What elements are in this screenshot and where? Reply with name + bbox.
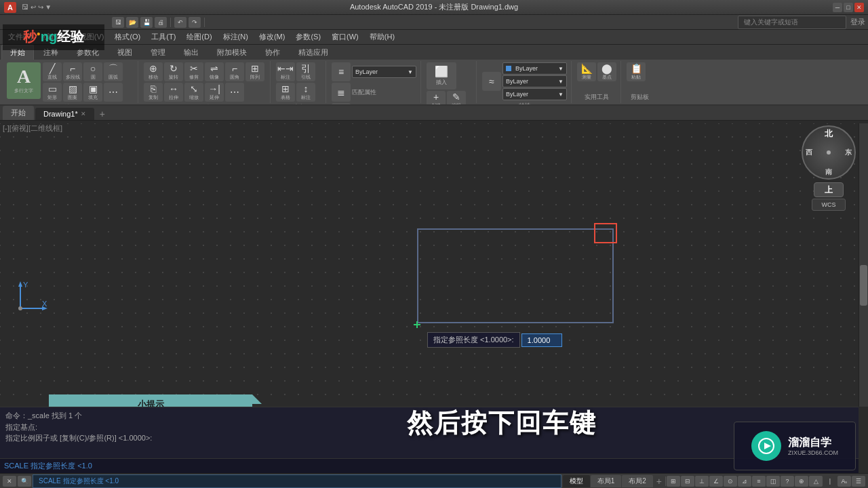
rect-button[interactable]: ▭矩形 — [43, 83, 62, 102]
fill-button[interactable]: ▣填充 — [83, 83, 102, 102]
layer-dropdown[interactable]: ByLayer ▼ — [352, 66, 416, 78]
measure-button[interactable]: 📐测量 — [577, 62, 596, 81]
menu-tools[interactable]: 工具(T) — [146, 30, 181, 43]
ribbon-group-modify: ⊕移动 ↻旋转 ✂修剪 ⇌镜像 ⌐圆角 ⊞阵列 ⎘复制 ↔拉伸 ⤡缩放 →|延伸… — [140, 61, 271, 103]
tab-drawing1[interactable]: Drawing1* ✕ — [35, 108, 94, 120]
ribbon-tab-collab[interactable]: 协作 — [256, 45, 289, 60]
dyn-button[interactable]: ⊿ — [738, 476, 751, 487]
polar-button[interactable]: ∠ — [709, 476, 723, 487]
array-button[interactable]: ⊞阵列 — [245, 62, 264, 81]
color-dropdown[interactable]: ByLayer ▼ — [502, 62, 567, 75]
table-button[interactable]: ⊞表格 — [276, 83, 295, 102]
menu-window[interactable]: 窗口(W) — [326, 30, 364, 43]
save-button[interactable]: 💾 — [140, 17, 153, 28]
sel-cycling-btn[interactable]: ⊕ — [795, 476, 808, 487]
annotation-scale[interactable]: Aₛ — [837, 476, 851, 487]
undo-button[interactable]: ↶ — [174, 17, 186, 28]
ribbon-tab-view[interactable]: 视图 — [108, 45, 141, 60]
osnap-button[interactable]: ⊙ — [724, 476, 737, 487]
grid-button[interactable]: ⊟ — [681, 476, 694, 487]
watermark-icon — [751, 431, 781, 461]
more-modify[interactable]: ⋯ — [225, 83, 244, 102]
hatch-button[interactable]: ▨图案 — [63, 83, 82, 102]
tab-drawing1-label: Drawing1* — [43, 110, 78, 118]
polyline-button[interactable]: ⌐多段线 — [63, 62, 82, 81]
edit-button[interactable]: ✎编辑 — [447, 91, 466, 104]
layer-match[interactable]: ≣ — [332, 83, 351, 102]
dim2-button[interactable]: ↕标注 — [296, 83, 315, 102]
menu-modify[interactable]: 修改(M) — [254, 30, 291, 43]
match-prop-button[interactable]: ≈ — [482, 72, 501, 91]
arc-button[interactable]: ⌒圆弧 — [104, 62, 123, 81]
insert-button[interactable]: ⬜ 插入 — [427, 62, 456, 89]
lineweight-dropdown[interactable]: ByLayer ▼ — [502, 88, 567, 100]
create-button[interactable]: +创建 — [427, 91, 446, 104]
login-button[interactable]: 登录 — [850, 17, 865, 27]
ribbon-tabs: 开始 注释 参数化 视图 管理 输出 附加模块 协作 精选应用 — [0, 45, 868, 60]
cmdline-toggle[interactable]: ✕ — [3, 476, 16, 487]
ribbon-tab-output[interactable]: 输出 — [175, 45, 208, 60]
3dosnap-btn[interactable]: △ — [809, 476, 823, 487]
new-button[interactable]: 🖫 — [112, 17, 124, 28]
lineweight-btn[interactable]: ≡ — [752, 476, 766, 487]
scale-button[interactable]: ⤡缩放 — [184, 83, 203, 102]
layer-prop-button[interactable]: ≡ — [332, 62, 351, 81]
copy-button[interactable]: ⎘复制 — [144, 83, 163, 102]
layer-match2[interactable]: ≋ — [332, 103, 351, 104]
cmdline-search[interactable]: 🔍 — [18, 476, 31, 487]
status-model[interactable]: 模型 — [563, 475, 590, 487]
more-draw[interactable]: ⋯ — [104, 83, 123, 102]
command-input-row[interactable]: SCALE 指定参照长度 <1.0 — [0, 458, 859, 473]
add-layout-button[interactable]: + — [654, 476, 665, 487]
extend-button[interactable]: →|延伸 — [205, 83, 224, 102]
fillet-button[interactable]: ⌐圆角 — [225, 62, 244, 81]
menu-draw[interactable]: 绘图(D) — [181, 30, 217, 43]
line-button[interactable]: ╱直线 — [43, 62, 62, 81]
status-layout2[interactable]: 布局2 — [622, 475, 653, 487]
redo-button[interactable]: ↷ — [189, 17, 201, 28]
menu-params[interactable]: 参数(S) — [290, 30, 326, 43]
leader-button[interactable]: 引引线 — [296, 62, 315, 81]
ribbon-tab-addins[interactable]: 附加模块 — [208, 45, 256, 60]
status-layout1[interactable]: 布局1 — [591, 475, 622, 487]
point-button[interactable]: ⬤基点 — [597, 62, 616, 81]
canvas-area[interactable]: 指定参照长度 <1.0000>: 1.0000 小提示 输入R为控制命令，然后进… — [0, 123, 859, 407]
trim-button[interactable]: ✂修剪 — [184, 62, 203, 81]
linetype-dropdown[interactable]: ByLayer ▼ — [502, 75, 567, 87]
search-input[interactable]: 键入关键字或短语 — [738, 16, 846, 29]
rotate-button[interactable]: ↻旋转 — [164, 62, 183, 81]
circle-button[interactable]: ○圆 — [83, 62, 102, 81]
ribbon-tab-manage[interactable]: 管理 — [142, 45, 174, 60]
text-button[interactable]: A 多行文字 — [7, 62, 41, 99]
vertical-scrollbar[interactable] — [859, 123, 868, 407]
transparency-btn[interactable]: ◫ — [766, 476, 780, 487]
close-button[interactable]: ✕ — [854, 3, 864, 12]
ribbon-group-utilities: 📐测量 ⬤基点 实用工具 — [573, 61, 621, 103]
menu-format[interactable]: 格式(O) — [109, 30, 146, 43]
maximize-button[interactable]: □ — [844, 3, 853, 12]
ortho-button[interactable]: ⊥ — [695, 476, 709, 487]
svg-marker-1 — [18, 281, 22, 287]
ribbon-tab-featured[interactable]: 精选应用 — [290, 45, 337, 60]
move-button[interactable]: ⊕移动 — [144, 62, 163, 81]
snap-button[interactable]: ⊞ — [667, 476, 680, 487]
scrollbar-thumb[interactable] — [860, 265, 867, 306]
compass-wcs-button[interactable]: WCS — [812, 199, 846, 211]
compass-up-button[interactable]: 上 — [814, 182, 844, 197]
tab-close-button[interactable]: ✕ — [81, 110, 86, 117]
input-value[interactable]: 1.0000 — [521, 333, 562, 347]
dim-button[interactable]: ⇤⇥标注 — [276, 62, 295, 81]
draw-group-label: 绘图 — [7, 103, 134, 104]
ws-btn[interactable]: ☰ — [852, 476, 865, 487]
tab-add-button[interactable]: + — [96, 108, 109, 120]
tab-start[interactable]: 开始 — [3, 106, 34, 120]
open-button[interactable]: 📂 — [126, 17, 138, 28]
menu-help[interactable]: 帮助(H) — [364, 30, 400, 43]
qp-btn[interactable]: ? — [781, 476, 794, 487]
paste-button[interactable]: 📋粘贴 — [627, 62, 646, 81]
menu-dim[interactable]: 标注(N) — [218, 30, 254, 43]
minimize-button[interactable]: ─ — [833, 3, 842, 12]
print-button[interactable]: 🖨 — [155, 17, 167, 28]
stretch-button[interactable]: ↔拉伸 — [164, 83, 183, 102]
mirror-button[interactable]: ⇌镜像 — [205, 62, 224, 81]
